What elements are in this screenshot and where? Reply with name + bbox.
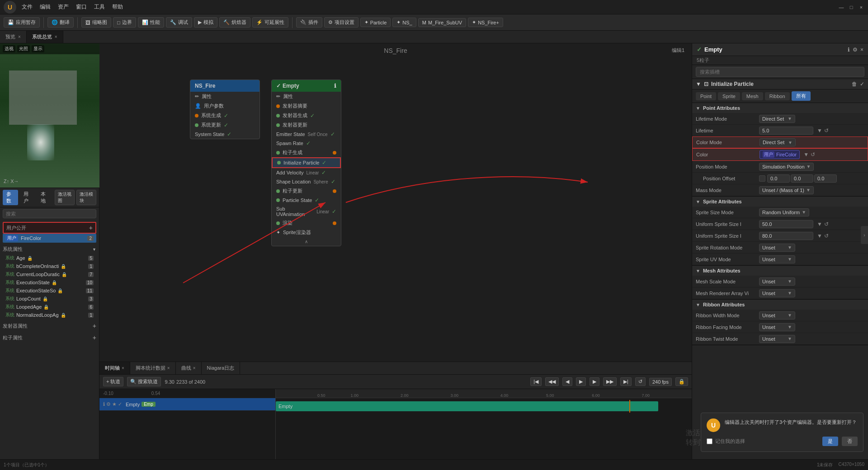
empty-row-addvel[interactable]: Add Velocity Linear ✓ xyxy=(272,168,341,177)
tl-prev-frame-btn[interactable]: ◀ xyxy=(562,377,572,386)
sim-btn[interactable]: ▶模拟 xyxy=(194,17,217,28)
size2-reset-icon[interactable]: ↺ xyxy=(824,233,829,239)
tl-tab-curve[interactable]: 曲线 × xyxy=(176,362,202,374)
activate-view-btn[interactable]: 激活视图 xyxy=(55,190,75,205)
nsfire-btn[interactable]: ✦NS_Fire+ xyxy=(468,18,503,27)
emitter-add-btn[interactable]: + xyxy=(93,322,96,329)
tl-loop-btn[interactable]: ↺ xyxy=(635,377,646,386)
ns-btn[interactable]: ✦NS_ xyxy=(392,18,416,27)
uniform-size1-input[interactable] xyxy=(759,220,813,228)
notification-yes-btn[interactable]: 是 xyxy=(822,437,838,446)
empty-row-partstate[interactable]: Particle State ✓ xyxy=(272,196,341,205)
filter-mesh[interactable]: Mesh xyxy=(742,92,763,100)
empty-row-emitgen[interactable]: 发射器生成 ✓ xyxy=(272,111,341,120)
notification-no-btn[interactable]: 否 xyxy=(842,437,858,446)
ribbon-twist-mode-select[interactable]: Unset ▼ xyxy=(759,335,795,343)
pos-y-input[interactable] xyxy=(791,174,813,183)
ribbon-attrs-header[interactable]: ▼ Ribbon Attributes xyxy=(692,300,868,310)
track-bar-empty[interactable]: Empty xyxy=(276,401,658,411)
user-public-add-btn[interactable]: + xyxy=(89,224,93,231)
pos-z-input[interactable] xyxy=(814,174,837,183)
color-reset-icon[interactable]: ↺ xyxy=(811,151,815,158)
track-area[interactable]: 0.50 1.00 2.00 3.00 4.00 5.00 6.00 7.00 … xyxy=(276,389,692,470)
empty-node-collapse[interactable]: ∧ xyxy=(272,237,341,246)
mass-mode-select[interactable]: Unset / (Mass of 1) ▼ xyxy=(759,186,814,194)
translate-btn[interactable]: 🌐翻译 xyxy=(47,17,74,28)
empty-row-render[interactable]: 渲染 xyxy=(272,218,341,228)
color-expand-icon[interactable]: ▼ xyxy=(803,151,809,158)
maximize-button[interactable]: □ xyxy=(848,4,854,10)
menu-file[interactable]: 文件 xyxy=(22,3,33,11)
tab-preview[interactable]: 预览 × xyxy=(0,31,27,43)
particle-btn[interactable]: ✦Particle xyxy=(360,18,391,27)
tl-search-btn[interactable]: 🔍 搜索轨道 xyxy=(127,377,161,386)
menu-tools[interactable]: 工具 xyxy=(94,3,105,11)
notification-checkbox[interactable] xyxy=(707,438,712,444)
playhead[interactable] xyxy=(629,400,630,413)
tl-play-btn[interactable]: ▶ xyxy=(576,377,586,386)
filter-ribbon[interactable]: Ribbon xyxy=(765,92,790,100)
ribbon-facing-mode-select[interactable]: Unset ▼ xyxy=(759,323,795,331)
search-input[interactable] xyxy=(696,67,864,77)
save-btn[interactable]: 💾应用暂存 xyxy=(4,17,40,28)
empty-row-subuv[interactable]: Sub UVAnimation Linear ✓ xyxy=(272,205,341,218)
empty-row-emitstate[interactable]: Emitter State Self Once ✓ xyxy=(272,130,341,139)
filter-point[interactable]: Point xyxy=(696,92,716,100)
empty-row-particlegen[interactable]: 粒子生成 xyxy=(272,148,341,157)
minimize-button[interactable]: — xyxy=(838,4,844,10)
emitter-section[interactable]: 发射器属性 + xyxy=(3,321,96,331)
point-attrs-header[interactable]: ▼ Point Attributes xyxy=(692,103,868,113)
position-offset-checkbox[interactable] xyxy=(759,175,765,182)
size1-reset-icon[interactable]: ↺ xyxy=(824,221,829,227)
filter-sprite[interactable]: Sprite xyxy=(718,92,740,100)
track-empty-label[interactable]: ℹ ⚙ ★ ✓ Empty Emp xyxy=(99,398,275,411)
lifetime-input[interactable] xyxy=(759,127,813,135)
menu-help[interactable]: 帮助 xyxy=(112,3,123,11)
plugin-btn[interactable]: 🔌插件 xyxy=(296,17,322,28)
param-tab-local[interactable]: 本地 xyxy=(37,190,52,205)
tab-overview[interactable]: 系统总览 × xyxy=(27,31,63,43)
empty-row-initparticle[interactable]: Initialize Particle ✓ xyxy=(272,157,341,168)
empty-row-partupd[interactable]: 粒子更新 xyxy=(272,186,341,196)
size1-expand-icon[interactable]: ▼ xyxy=(817,221,822,227)
project-settings-btn[interactable]: ⚙项目设置 xyxy=(324,17,359,28)
viewport-lighting-btn[interactable]: 光照 xyxy=(17,45,30,52)
boundary-btn[interactable]: □边界 xyxy=(113,17,136,28)
viewport-select-btn[interactable]: 选视 xyxy=(3,45,15,52)
mesh-renderer-select[interactable]: Unset ▼ xyxy=(759,289,795,297)
tl-end-btn[interactable]: ▶| xyxy=(620,377,632,386)
ns-fire-row-sysupd[interactable]: 系统更新 ✓ xyxy=(190,120,259,130)
right-close-icon[interactable]: × xyxy=(860,47,863,53)
lifetime-reset-icon[interactable]: ↺ xyxy=(824,127,829,134)
tl-start-btn[interactable]: |◀ xyxy=(530,377,542,386)
track-star-icon[interactable]: ★ xyxy=(112,401,117,407)
position-mode-select[interactable]: Simulation Position ▼ xyxy=(759,163,814,171)
sys-attrs-section[interactable]: 系统属性 ▼ xyxy=(3,244,96,254)
empty-row-spawnrate[interactable]: Spawn Rate ✓ xyxy=(272,139,341,148)
user-public-section[interactable]: 用户公开 + xyxy=(3,222,96,234)
track-settings-icon[interactable]: ⚙ xyxy=(106,401,111,407)
ns-fire-node-header[interactable]: NS_Fire xyxy=(190,80,259,92)
mesh-attrs-header[interactable]: ▼ Mesh Attributes xyxy=(692,266,868,276)
empty-node-header[interactable]: ✓ Empty ℹ xyxy=(272,80,341,92)
size2-expand-icon[interactable]: ▼ xyxy=(817,233,822,239)
color-mode-select[interactable]: Direct Set ▼ xyxy=(760,138,796,146)
debug-btn[interactable]: 🔧调试 xyxy=(166,17,192,28)
tl-tab-stats[interactable]: 脚本统计数据 × xyxy=(130,362,176,374)
param-tab-user[interactable]: 用户 xyxy=(20,190,35,205)
tl-stats-close[interactable]: × xyxy=(167,366,170,371)
menu-asset[interactable]: 资产 xyxy=(58,3,69,11)
right-settings-icon[interactable]: ⚙ xyxy=(853,47,858,53)
ns-fire-row-attr[interactable]: ✏ 属性 xyxy=(190,92,259,101)
empty-row-summary[interactable]: 发射器摘要 xyxy=(272,101,341,111)
mfire-btn[interactable]: MM_Fire_SubUV xyxy=(418,18,466,27)
param-search-input[interactable] xyxy=(3,209,96,218)
tl-prev-btn[interactable]: ◀◀ xyxy=(545,377,559,386)
empty-row-spriterd[interactable]: ✦ Sprite渲染器 xyxy=(272,228,341,237)
tl-lock-btn[interactable]: 🔒 xyxy=(675,377,688,386)
sprite-size-mode-select[interactable]: Random Uniform ▼ xyxy=(759,208,809,216)
scalability-btn[interactable]: ⚡可延展性 xyxy=(252,17,288,28)
ribbon-width-mode-select[interactable]: Unset ▼ xyxy=(759,311,795,320)
toggle-icon[interactable]: ✓ xyxy=(860,81,864,87)
tl-fps-btn[interactable]: 240 fps xyxy=(649,378,672,386)
